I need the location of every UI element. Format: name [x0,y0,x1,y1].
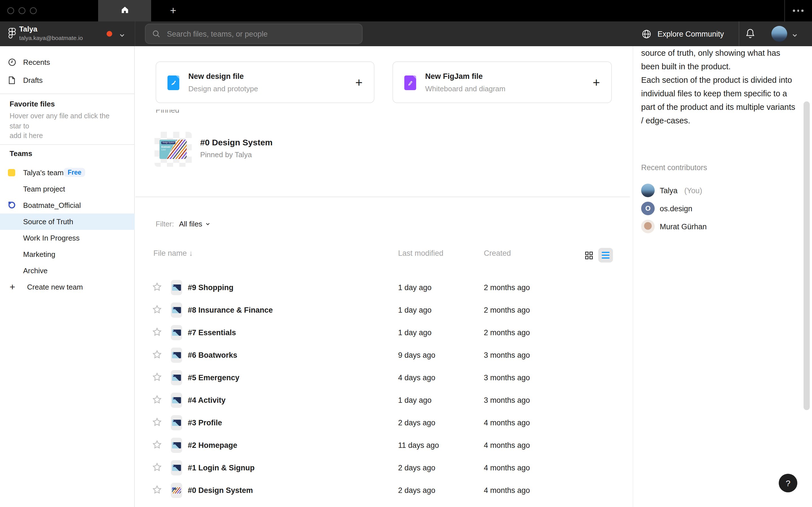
file-thumbnail [171,460,182,475]
file-thumbnail [171,325,182,340]
file-row[interactable]: #4 Activity 1 day ago 3 months ago [135,389,633,412]
sidebar-item-project[interactable]: Work In Progress [0,230,135,246]
sidebar-item-drafts[interactable]: Drafts [0,71,135,89]
filter-dropdown[interactable]: All files [179,220,210,228]
file-name: #0 Design System [188,486,253,495]
organization-name: Boatmate_Official [23,201,81,210]
favorite-star-icon[interactable] [152,282,162,294]
description-line: Each section of the product is divided i… [641,73,806,87]
favorite-star-icon[interactable] [152,350,162,362]
project-name: Archive [23,267,48,275]
project-name: Team project [23,185,65,193]
project-description: source of truth, only showing what hasbe… [641,46,806,127]
window-minimize-button[interactable] [18,7,26,14]
explore-community-label: Explore Community [658,30,724,38]
tab-home[interactable] [98,0,151,21]
file-row[interactable]: #8 Insurance & Finance 1 day ago 2 month… [135,299,633,322]
recent-contributors-heading: Recent contributors [641,163,707,172]
chevron-down-icon [205,221,210,226]
pinned-file-subtitle: Pinned by Talya [200,151,252,159]
file-created: 2 months ago [484,328,530,337]
file-row[interactable]: #5 Emergency 4 days ago 3 months ago [135,367,633,389]
figma-window: + Talya talya.kaya@boatmate.io [0,0,812,507]
search-icon [152,30,160,38]
header-divider [739,21,739,46]
favorite-star-icon[interactable] [152,395,162,407]
new-tab-button[interactable]: + [162,0,184,21]
contributor-row[interactable]: Murat Gürhan [641,219,805,234]
sidebar-item-project[interactable]: Archive [0,263,135,279]
design-file-icon [167,75,179,90]
window-zoom-button[interactable] [30,7,37,14]
sidebar-item-boatmate-official[interactable]: Boatmate_Official [0,197,135,214]
file-row[interactable]: #0 Design System 2 days ago 4 months ago [135,480,633,502]
card-subtitle: Design and prototype [188,84,258,93]
favorite-star-icon[interactable] [152,417,162,429]
description-line: / edge-cases. [641,114,806,127]
account-switcher[interactable]: Talya talya.kaya@boatmate.io [0,21,135,46]
favorite-star-icon[interactable] [152,462,162,474]
file-row[interactable]: #2 Homepage 11 days ago 4 months ago [135,434,633,457]
file-created: 3 months ago [484,351,530,359]
contributor-row[interactable]: O os.design [641,201,805,216]
file-last-modified: 1 day ago [398,283,432,292]
thumb-badge: Design System [161,142,175,144]
project-info-panel: source of truth, only showing what hasbe… [633,46,812,507]
file-name: #9 Shopping [188,283,234,292]
sidebar-item-recents[interactable]: Recents [0,54,135,70]
sidebar-item-label: Recents [23,58,50,66]
create-new-team-button[interactable]: + Create new team [0,279,135,295]
column-header-last-modified[interactable]: Last modified [398,249,444,258]
favorite-star-icon[interactable] [152,305,162,317]
window-controls [7,7,37,14]
project-name: Marketing [23,250,55,259]
help-button[interactable]: ? [779,474,797,492]
user-avatar[interactable] [771,26,787,42]
sidebar-item-project[interactable]: Marketing [0,246,135,263]
file-last-modified: 1 day ago [398,396,432,404]
chevron-down-icon[interactable] [792,31,798,41]
file-row[interactable]: #3 Profile 2 days ago 4 months ago [135,412,633,434]
contributor-row[interactable]: Talya (You) [641,183,805,198]
window-menu-ellipsis-icon[interactable] [793,10,803,11]
file-thumbnail [171,483,182,498]
new-design-file-card[interactable]: New design file Design and prototype + [156,61,374,103]
header-separator [135,21,135,46]
draft-file-icon [8,76,16,84]
file-last-modified: 2 days ago [398,486,435,495]
sidebar-item-talyas-team[interactable]: Talya's team Free [0,165,135,181]
file-row[interactable]: #6 Boatworks 9 days ago 3 months ago [135,344,633,367]
filter-label: Filter: [156,220,174,228]
sidebar-item-team-project[interactable]: Team project [0,181,135,197]
file-created: 4 months ago [484,441,530,450]
notifications-button[interactable] [746,28,755,41]
column-header-file-name[interactable]: File name ↓ [153,249,193,258]
card-subtitle: Whiteboard and diagram [425,84,506,93]
favorite-star-icon[interactable] [152,372,162,384]
file-created: 2 months ago [484,306,530,314]
titlebar-divider [784,0,785,21]
plus-icon: + [355,75,363,90]
scrollbar-thumb[interactable] [804,101,810,410]
file-row[interactable]: #9 Shopping 1 day ago 2 months ago [135,277,633,299]
column-header-created[interactable]: Created [484,249,511,258]
new-figjam-file-card[interactable]: New FigJam file Whiteboard and diagram + [393,61,612,103]
list-view-toggle-active[interactable] [598,248,613,263]
favorite-star-icon[interactable] [152,485,162,497]
filter-bar: Filter: All files [156,220,210,228]
file-thumbnail [171,302,182,318]
sidebar-item-project[interactable]: Source of Truth [0,214,135,230]
window-close-button[interactable] [7,7,14,14]
file-thumbnail [171,438,182,453]
file-created: 4 months ago [484,464,530,472]
explore-community-button[interactable]: Explore Community [642,21,724,46]
file-row[interactable]: #1 Login & Signup 2 days ago 4 months ag… [135,457,633,480]
grid-view-toggle[interactable] [581,248,596,263]
pinned-file-title: #0 Design System [200,137,273,147]
file-row[interactable]: #7 Essentials 1 day ago 2 months ago [135,322,633,344]
pinned-file-tile[interactable]: Design System Boatmate 1.0.0 #0 Design S… [154,132,327,167]
favorite-star-icon[interactable] [152,327,162,339]
favorite-star-icon[interactable] [152,440,162,452]
search-input[interactable] [166,29,349,39]
search-bar[interactable] [145,24,363,44]
